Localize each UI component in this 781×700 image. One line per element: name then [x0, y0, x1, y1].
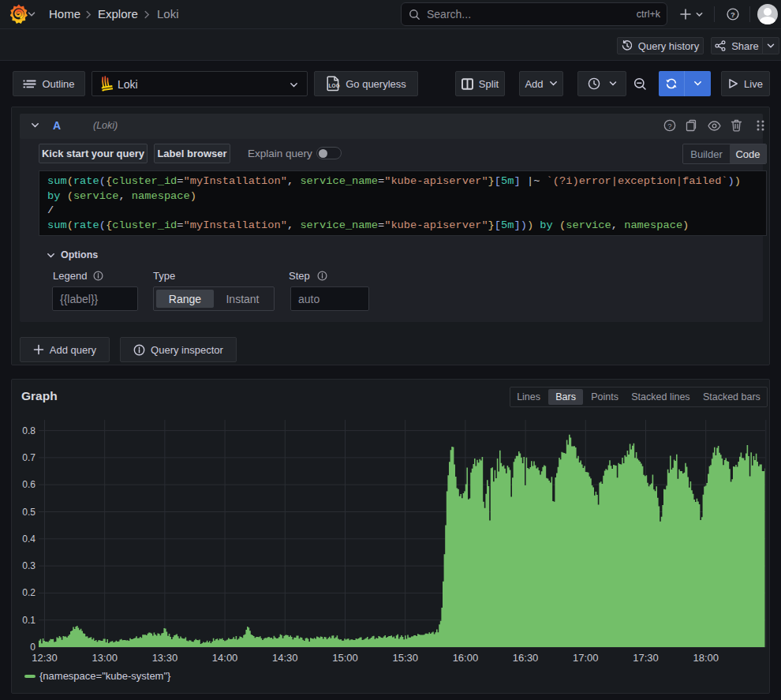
svg-text:16:00: 16:00 — [453, 652, 479, 664]
svg-text:18:00: 18:00 — [693, 652, 719, 664]
svg-text:17:00: 17:00 — [573, 652, 599, 664]
svg-text:LOG: LOG — [329, 83, 340, 88]
svg-text:13:00: 13:00 — [92, 652, 118, 664]
svg-text:15:30: 15:30 — [392, 652, 418, 664]
svg-text:0.6: 0.6 — [22, 479, 36, 490]
svg-text:0.7: 0.7 — [22, 452, 36, 463]
svg-text:12:30: 12:30 — [32, 652, 58, 664]
svg-text:0.2: 0.2 — [22, 587, 36, 598]
svg-text:0.5: 0.5 — [22, 507, 36, 518]
svg-text:0.1: 0.1 — [22, 615, 36, 626]
svg-text:16:30: 16:30 — [513, 652, 539, 664]
svg-text:0.4: 0.4 — [22, 533, 36, 545]
svg-text:15:00: 15:00 — [332, 652, 358, 664]
svg-text:0.8: 0.8 — [22, 425, 36, 436]
svg-text:0.3: 0.3 — [22, 560, 36, 571]
svg-text:13:30: 13:30 — [152, 652, 178, 664]
svg-text:14:30: 14:30 — [272, 652, 298, 664]
svg-text:?: ? — [731, 10, 735, 19]
svg-text:17:30: 17:30 — [633, 652, 659, 664]
svg-text:?: ? — [667, 122, 671, 130]
svg-text:0: 0 — [30, 642, 36, 653]
svg-text:14:00: 14:00 — [212, 652, 238, 664]
